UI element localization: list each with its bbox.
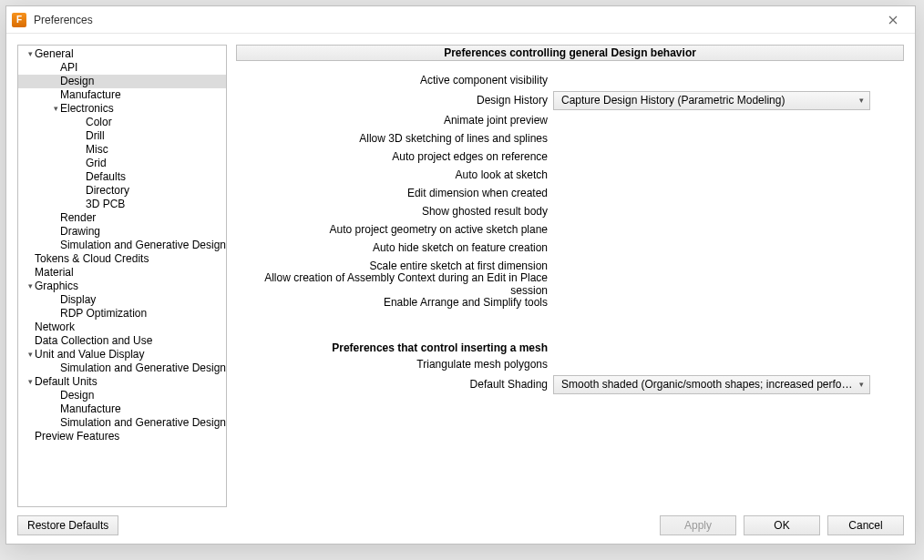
form-row: Design HistoryCapture Design History (Pa… — [236, 90, 904, 110]
tree-item[interactable]: ▾Unit and Value Display — [18, 348, 226, 361]
tree-item-label: Network — [35, 321, 75, 334]
chevron-down-icon[interactable]: ▾ — [26, 47, 35, 61]
tree-item[interactable]: Material — [18, 266, 226, 280]
tree-item[interactable]: ▾Default Units — [18, 375, 226, 389]
chevron-down-icon[interactable]: ▾ — [26, 375, 35, 389]
footer: Restore Defaults Apply OK Cancel — [6, 507, 915, 544]
form-label: Triangulate mesh polygons — [236, 358, 551, 371]
form-label: Allow creation of Assembly Context durin… — [236, 271, 551, 297]
nav-tree[interactable]: ▾GeneralAPIDesignManufacture▾Electronics… — [17, 45, 227, 507]
tree-item[interactable]: Display — [18, 293, 226, 307]
settings-panel: Preferences controlling general Design b… — [236, 45, 904, 507]
tree-item-label: Default Units — [35, 375, 98, 389]
form-row: Allow 3D sketching of lines and splines. — [236, 130, 904, 147]
checkbox-placeholder[interactable]: . — [551, 114, 904, 127]
tree-item[interactable]: ▾Graphics — [18, 280, 226, 293]
checkbox-placeholder[interactable]: . — [551, 150, 904, 163]
tree-item-label: Directory — [86, 184, 129, 198]
checkbox-placeholder[interactable]: . — [551, 132, 904, 145]
checkbox-placeholder[interactable]: . — [551, 223, 904, 236]
form-row: Auto project geometry on active sketch p… — [236, 221, 904, 238]
cancel-button[interactable]: Cancel — [827, 515, 904, 535]
section-title: Preferences controlling general Design b… — [444, 46, 696, 59]
form-row: Default ShadingSmooth shaded (Organic/sm… — [236, 374, 904, 394]
tree-item[interactable]: Simulation and Generative Design — [18, 239, 226, 252]
restore-defaults-button[interactable]: Restore Defaults — [17, 515, 118, 535]
checkbox-placeholder[interactable]: . — [551, 358, 904, 371]
form-row: Triangulate mesh polygons. — [236, 356, 904, 372]
tree-item[interactable]: Simulation and Generative Design — [18, 416, 226, 430]
chevron-down-icon[interactable]: ▾ — [26, 280, 35, 293]
tree-item[interactable]: Tokens & Cloud Credits — [18, 252, 226, 266]
ok-button[interactable]: OK — [744, 515, 820, 535]
tree-item[interactable]: Manufacture — [18, 88, 226, 102]
tree-item-label: Defaults — [86, 170, 126, 184]
form-row: Active component visibility. — [236, 72, 904, 88]
form-row: Auto hide sketch on feature creation. — [236, 239, 904, 256]
chevron-down-icon[interactable]: ▾ — [51, 102, 60, 116]
ok-label: OK — [774, 519, 789, 532]
tree-item[interactable]: Simulation and Generative Design — [18, 361, 226, 375]
tree-item-label: General — [35, 47, 74, 61]
tree-item[interactable]: Network — [18, 321, 226, 334]
tree-item-label: Misc — [86, 143, 108, 157]
tree-item[interactable]: ▾General — [18, 47, 226, 61]
tree-item-label: Color — [86, 116, 112, 129]
form-label: Show ghosted result body — [236, 205, 551, 218]
tree-item-label: Design — [60, 389, 94, 402]
tree-item[interactable]: Directory — [18, 184, 226, 198]
tree-item-label: Render — [60, 211, 96, 225]
tree-item[interactable]: Data Collection and Use — [18, 334, 226, 348]
tree-item-label: Unit and Value Display — [35, 348, 145, 361]
tree-item-label: Display — [60, 293, 96, 307]
checkbox-placeholder[interactable]: . — [551, 168, 904, 181]
tree-item[interactable]: Manufacture — [18, 402, 226, 416]
preferences-window: F Preferences ▾GeneralAPIDesignManufactu… — [5, 5, 916, 545]
form-row: Show ghosted result body. — [236, 203, 904, 219]
checkbox-placeholder[interactable]: . — [551, 205, 904, 218]
checkbox-placeholder[interactable]: . — [551, 296, 904, 309]
select-value: Smooth shaded (Organic/smooth shapes; in… — [561, 378, 854, 391]
tree-item[interactable]: Render — [18, 211, 226, 225]
tree-item[interactable]: ▾Electronics — [18, 102, 226, 116]
tree-item-label: Manufacture — [60, 88, 121, 102]
checkbox-placeholder[interactable]: . — [551, 260, 904, 272]
tree-item-label: Electronics — [60, 102, 114, 116]
tree-item-label: RDP Optimization — [60, 307, 147, 321]
form-label: Auto hide sketch on feature creation — [236, 241, 551, 254]
checkbox-placeholder[interactable]: . — [551, 74, 904, 87]
titlebar: F Preferences — [6, 6, 915, 34]
tree-item-label: Tokens & Cloud Credits — [35, 252, 149, 266]
tree-item-label: Grid — [86, 157, 107, 170]
checkbox-placeholder[interactable]: . — [551, 187, 904, 199]
form-label: Auto project geometry on active sketch p… — [236, 223, 551, 236]
apply-label: Apply — [684, 519, 712, 532]
tree-item[interactable]: Defaults — [18, 170, 226, 184]
select-dropdown[interactable]: Smooth shaded (Organic/smooth shapes; in… — [553, 375, 870, 394]
tree-item[interactable]: Misc — [18, 143, 226, 157]
tree-item[interactable]: Design — [18, 75, 226, 88]
form-area: Active component visibility.Design Histo… — [236, 72, 904, 507]
close-button[interactable] — [877, 7, 909, 33]
form-label: Active component visibility — [236, 74, 551, 87]
tree-item[interactable]: Grid — [18, 157, 226, 170]
tree-item[interactable]: Color — [18, 116, 226, 129]
tree-item[interactable]: 3D PCB — [18, 198, 226, 211]
tree-item-label: Simulation and Generative Design — [60, 361, 226, 375]
tree-item-label: Data Collection and Use — [35, 334, 152, 348]
tree-item-label: 3D PCB — [86, 198, 125, 211]
tree-item-label: API — [60, 61, 77, 75]
tree-item[interactable]: Drawing — [18, 225, 226, 239]
cancel-label: Cancel — [848, 519, 882, 532]
form-label: Scale entire sketch at first dimension — [236, 260, 551, 272]
apply-button[interactable]: Apply — [660, 515, 736, 535]
tree-item[interactable]: Design — [18, 389, 226, 402]
select-dropdown[interactable]: Capture Design History (Parametric Model… — [553, 91, 870, 110]
tree-item[interactable]: API — [18, 61, 226, 75]
checkbox-placeholder[interactable]: . — [551, 278, 904, 290]
tree-item[interactable]: RDP Optimization — [18, 307, 226, 321]
chevron-down-icon[interactable]: ▾ — [26, 348, 35, 361]
checkbox-placeholder[interactable]: . — [551, 241, 904, 254]
tree-item[interactable]: Drill — [18, 129, 226, 143]
tree-item[interactable]: Preview Features — [18, 430, 226, 443]
